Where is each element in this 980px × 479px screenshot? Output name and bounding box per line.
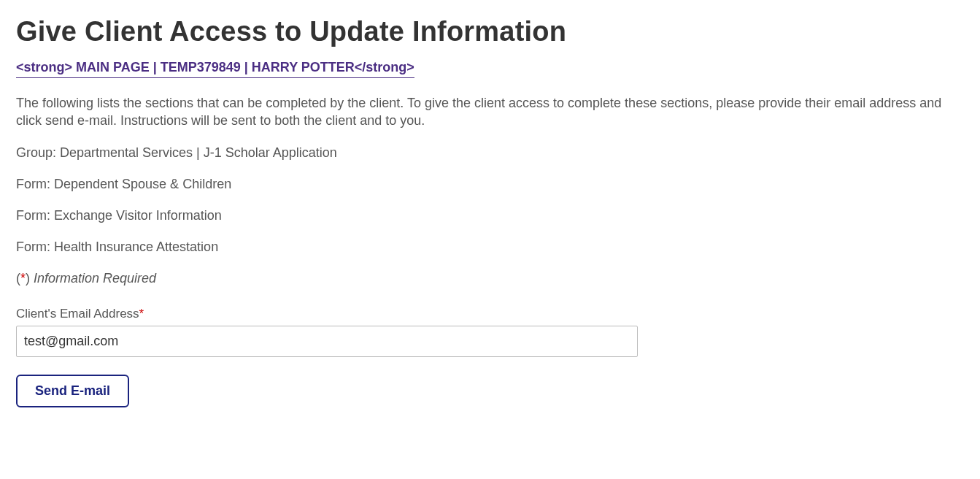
- required-text: Information Required: [30, 271, 156, 286]
- client-email-input[interactable]: [16, 326, 638, 357]
- group-line: Group: Departmental Services | J-1 Schol…: [16, 145, 964, 161]
- required-star-icon: *: [20, 271, 26, 286]
- page-title: Give Client Access to Update Information: [16, 16, 964, 48]
- form-line: Form: Exchange Visitor Information: [16, 208, 964, 223]
- email-label: Client's Email Address*: [16, 307, 964, 321]
- breadcrumb[interactable]: <strong> MAIN PAGE | TEMP379849 | HARRY …: [16, 60, 414, 78]
- required-note: (*) Information Required: [16, 271, 964, 286]
- send-email-button[interactable]: Send E-mail: [16, 375, 129, 407]
- page-container: Give Client Access to Update Information…: [0, 0, 980, 437]
- intro-paragraph: The following lists the sections that ca…: [16, 94, 964, 130]
- email-label-text: Client's Email Address: [16, 307, 139, 321]
- required-star-icon: *: [139, 307, 144, 321]
- form-line: Form: Health Insurance Attestation: [16, 240, 964, 255]
- form-line: Form: Dependent Spouse & Children: [16, 177, 964, 192]
